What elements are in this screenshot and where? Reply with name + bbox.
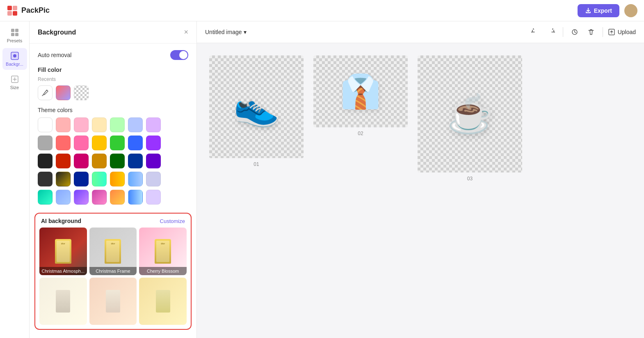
recent-checker-swatch[interactable] <box>74 85 89 100</box>
undo-button[interactable] <box>528 25 541 39</box>
color-dark-pink[interactable] <box>74 154 89 168</box>
canvas-actions: Upload <box>528 25 636 39</box>
upload-label: Upload <box>618 29 636 35</box>
ai-item-4[interactable] <box>39 278 87 325</box>
color-light-blue[interactable] <box>128 117 143 132</box>
color-red[interactable] <box>56 136 71 150</box>
color-gradient-peach[interactable] <box>110 190 125 205</box>
ai-title: AI background <box>41 218 81 224</box>
shirt-image: 👔 <box>340 72 381 111</box>
canvas-item-01: 👟 01 <box>209 55 304 167</box>
theme-colors-grid <box>30 117 196 209</box>
background-icon <box>10 51 19 60</box>
color-lilac[interactable] <box>146 190 161 205</box>
avatar[interactable] <box>624 4 637 17</box>
canvas-img-box-03[interactable]: ☕ <box>418 55 522 172</box>
customize-button[interactable]: Customize <box>160 218 185 224</box>
toolbar-divider <box>563 27 563 37</box>
sidebar-item-presets[interactable]: Presets <box>2 25 27 46</box>
sidebar-item-background[interactable]: Backgr... <box>2 48 27 70</box>
color-light-yellow[interactable] <box>92 117 107 132</box>
color-dark-purple[interactable] <box>146 154 161 168</box>
redo-button[interactable] <box>545 25 558 39</box>
canvas-item-03: ☕ 03 <box>418 55 522 182</box>
color-dark-orange[interactable] <box>92 154 107 168</box>
color-white[interactable] <box>38 117 53 132</box>
color-gradient-emerald[interactable] <box>38 190 53 205</box>
canvas-img-box-02[interactable]: 👔 <box>313 55 408 127</box>
header: PackPic Export <box>0 0 644 21</box>
color-gray[interactable] <box>38 136 53 150</box>
header-actions: Export <box>578 4 637 17</box>
delete-button[interactable] <box>585 25 598 39</box>
upload-icon <box>608 28 615 36</box>
color-blue[interactable] <box>128 136 143 150</box>
export-button[interactable]: Export <box>578 4 619 17</box>
color-gradient-violet[interactable] <box>74 190 89 205</box>
ai-item-6[interactable] <box>139 278 187 325</box>
color-gradient-gold[interactable] <box>56 172 71 186</box>
color-dark-green[interactable] <box>110 154 125 168</box>
color-gradient-amber[interactable] <box>110 172 125 186</box>
presets-icon <box>10 28 19 37</box>
auto-removal-toggle[interactable] <box>170 50 188 60</box>
color-green[interactable] <box>110 136 125 150</box>
svg-rect-4 <box>11 29 14 32</box>
ai-section-header: AI background Customize <box>35 214 191 228</box>
color-gradient-blue2[interactable] <box>128 190 143 205</box>
canvas-area: Untitled image ▾ <box>197 21 644 338</box>
upload-button[interactable]: Upload <box>608 28 636 36</box>
color-picker-button[interactable] <box>38 85 53 100</box>
color-light-green[interactable] <box>110 117 125 132</box>
auto-removal-row: Auto removal <box>30 44 196 67</box>
presets-label: Presets <box>7 38 22 43</box>
recent-gradient-swatch[interactable] <box>56 85 71 100</box>
canvas-item-02: 👔 02 <box>313 55 408 136</box>
ai-item-5[interactable] <box>89 278 137 325</box>
color-near-black[interactable] <box>38 154 53 168</box>
sidebar-item-size[interactable]: Size <box>2 71 27 93</box>
background-label: Backgr... <box>6 62 23 67</box>
close-button[interactable]: × <box>184 28 188 37</box>
svg-rect-1 <box>13 6 17 10</box>
restore-button[interactable] <box>568 25 581 39</box>
color-gradient-magenta[interactable] <box>92 190 107 205</box>
ai-item-christmas-frame[interactable]: dior Christmas Frame <box>89 228 137 275</box>
color-light-purple[interactable] <box>146 117 161 132</box>
main-layout: Presets Backgr... Size Background × Auto <box>0 21 644 338</box>
svg-rect-0 <box>7 6 12 10</box>
color-lavender[interactable] <box>146 172 161 186</box>
color-hot-pink[interactable] <box>74 136 89 150</box>
color-gradient-teal[interactable] <box>92 172 107 186</box>
canvas-content: 👟 01 👔 02 ☕ 03 <box>197 43 644 338</box>
auto-removal-label: Auto removal <box>38 52 71 58</box>
color-gradient-periwinkle[interactable] <box>56 190 71 205</box>
canvas-title: Untitled image <box>205 29 242 35</box>
svg-rect-5 <box>15 29 18 32</box>
color-light-pink[interactable] <box>56 117 71 132</box>
canvas-title-row: Untitled image ▾ <box>205 29 247 35</box>
color-navy[interactable] <box>74 172 89 186</box>
ai-item-label: Christmas Frame <box>89 267 137 275</box>
ai-background-section: AI background Customize dior Christmas A… <box>34 213 192 330</box>
recents-row <box>30 85 196 105</box>
undo-icon <box>531 28 539 36</box>
color-dark[interactable] <box>38 172 53 186</box>
theme-colors-label: Theme colors <box>30 105 196 117</box>
export-icon <box>585 7 591 14</box>
color-pink[interactable] <box>74 117 89 132</box>
canvas-img-box-01[interactable]: 👟 <box>209 55 304 158</box>
color-dark-red[interactable] <box>56 154 71 168</box>
color-purple[interactable] <box>146 136 161 150</box>
canvas-title-button[interactable]: Untitled image ▾ <box>205 29 247 35</box>
ai-item-christmas-atmosphere[interactable]: dior Christmas Atmosph... <box>39 228 87 275</box>
color-gradient-sky[interactable] <box>128 172 143 186</box>
color-dark-blue[interactable] <box>128 154 143 168</box>
svg-rect-3 <box>13 11 17 16</box>
ai-item-label: Cherry Blossom <box>139 267 187 275</box>
fill-color-label: Fill color <box>30 67 196 76</box>
app-name: PackPic <box>21 6 50 15</box>
restore-icon <box>571 28 578 36</box>
ai-item-cherry-blossom[interactable]: dior Cherry Blossom <box>139 228 187 275</box>
color-orange[interactable] <box>92 136 107 150</box>
